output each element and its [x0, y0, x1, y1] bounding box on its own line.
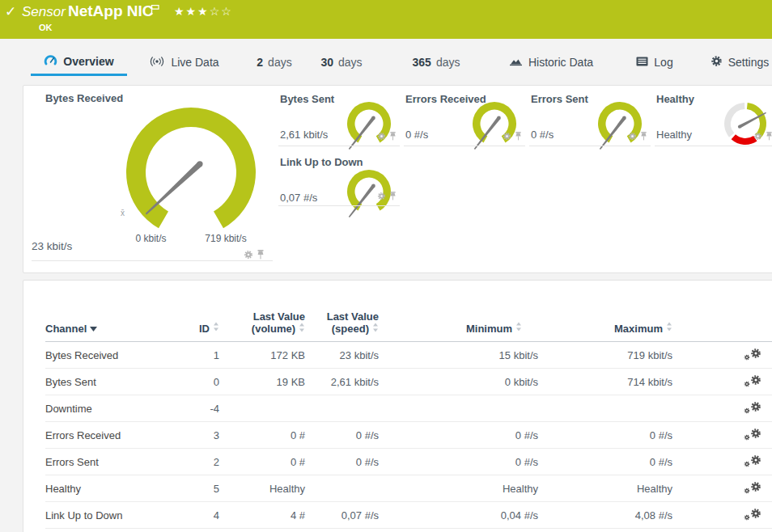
channel-id: 0: [187, 376, 219, 388]
divider: [278, 146, 400, 146]
sensor-type-label: Sensor: [22, 4, 66, 20]
priority-stars[interactable]: ★★★☆☆: [174, 5, 233, 18]
sort-icon: [372, 323, 379, 335]
last-value-speed: 2,61 kbit/s: [305, 376, 379, 388]
gauge-max-label: 719 kbit/s: [193, 233, 258, 244]
channels-panel: Channel ID Last Value (volume) Last Valu…: [23, 280, 772, 532]
channel-settings-icon[interactable]: [744, 401, 761, 416]
gauge-tile-errors-sent[interactable]: Errors Sent 0 #/s: [529, 90, 651, 146]
col-header-last-value-volume[interactable]: Last Value (volume): [219, 310, 305, 335]
col-header-id[interactable]: ID: [187, 322, 219, 335]
last-value-speed: 0 #/s: [305, 456, 379, 468]
flag-icon[interactable]: [151, 4, 160, 19]
tab-log[interactable]: Log: [631, 49, 678, 76]
last-value-speed: 0,07 #/s: [305, 509, 379, 521]
pin-icon[interactable]: [640, 129, 647, 144]
tab-label: Live Data: [171, 56, 218, 69]
gauge-icon: [44, 54, 57, 68]
table-row[interactable]: Errors Received 3 0 # 0 #/s 0 #/s 0 #/s: [45, 422, 772, 449]
gauge-tile-healthy[interactable]: Healthy Healthy: [655, 90, 772, 146]
gauge-title: Bytes Sent: [280, 93, 334, 105]
channel-name: Bytes Sent: [45, 376, 187, 388]
tab-30-days[interactable]: 30days: [314, 49, 369, 76]
minimum-value: 0 kbit/s: [379, 376, 538, 388]
table-row[interactable]: Bytes Sent 0 19 KB 2,61 kbit/s 0 kbit/s …: [45, 369, 772, 395]
channel-settings-icon[interactable]: [744, 481, 761, 496]
last-value-volume: 0 #: [219, 456, 305, 468]
channel-settings-icon[interactable]: [744, 508, 761, 522]
last-value-volume: Healthy: [219, 483, 305, 495]
divider: [529, 146, 651, 146]
last-value-volume: 19 KB: [219, 376, 305, 388]
broadcast-icon: [149, 56, 165, 70]
average-marker: x̄: [121, 209, 125, 217]
gauge-value: 0 #/s: [405, 129, 428, 141]
pin-icon[interactable]: [515, 129, 522, 144]
gauge-value: 0,07 #/s: [280, 192, 317, 204]
gauge-title: Errors Sent: [531, 93, 588, 105]
channel-name: Errors Sent: [45, 456, 187, 468]
tab-live-data[interactable]: Live Data: [146, 49, 223, 76]
col-header-channel[interactable]: Channel: [45, 322, 187, 335]
pin-icon[interactable]: [389, 129, 397, 144]
tab-label: Settings: [728, 56, 770, 69]
gauge-tile-link-up-to-down[interactable]: Link Up to Down 0,07 #/s: [278, 153, 400, 206]
maximum-value: 0 #/s: [538, 456, 672, 468]
area-chart-icon: [509, 56, 523, 69]
sort-icon: [666, 322, 672, 334]
col-header-last-value-speed[interactable]: Last Value (speed): [305, 310, 379, 335]
gauge-value: Healthy: [656, 129, 692, 141]
log-icon: [636, 56, 648, 69]
tab-2-days[interactable]: 2days: [249, 49, 299, 76]
pin-icon[interactable]: [766, 129, 772, 144]
col-header-maximum[interactable]: Maximum: [538, 322, 672, 335]
minimum-value: 0 #/s: [379, 456, 538, 468]
sort-desc-icon: [90, 322, 97, 334]
divider: [655, 146, 772, 146]
table-row[interactable]: Link Up to Down 4 4 # 0,07 #/s 0,04 #/s …: [45, 502, 772, 529]
channel-settings-icon[interactable]: [744, 348, 761, 362]
maximum-value: 714 kbit/s: [538, 376, 672, 388]
tab-overview[interactable]: Overview: [31, 49, 127, 76]
minimum-value: 0 #/s: [379, 429, 538, 441]
gear-icon[interactable]: [503, 129, 511, 144]
gauge-value: 23 kbit/s: [32, 240, 72, 252]
gear-icon[interactable]: [377, 189, 386, 204]
pin-icon[interactable]: [389, 189, 397, 204]
gauge-min-label: 0 kbit/s: [121, 233, 181, 244]
gear-icon[interactable]: [628, 129, 637, 144]
channel-id: 2: [187, 456, 219, 468]
channel-name: Errors Received: [45, 429, 187, 441]
table-row[interactable]: Errors Sent 2 0 # 0 #/s 0 #/s 0 #/s: [45, 449, 772, 475]
channel-id: 4: [187, 509, 219, 521]
pin-icon[interactable]: [257, 248, 265, 263]
table-header-row: Channel ID Last Value (volume) Last Valu…: [45, 302, 772, 342]
maximum-value: 4,08 #/s: [538, 509, 672, 521]
tab-settings[interactable]: Settings: [706, 49, 772, 76]
channel-settings-icon[interactable]: [744, 374, 761, 389]
gear-icon[interactable]: [753, 129, 762, 144]
tab-label: Log: [654, 56, 672, 69]
table-row[interactable]: Downtime -4: [45, 395, 772, 422]
last-value-volume: 4 #: [219, 509, 305, 521]
sensor-title: NetApp NIC: [68, 2, 154, 20]
gauge-tile-bytes-received[interactable]: Bytes Received x̄ 0 kbit/s 719 kbit/s 23…: [23, 86, 274, 274]
channel-id: 3: [187, 429, 219, 441]
table-row[interactable]: Bytes Received 1 172 KB 23 kbit/s 15 kbi…: [45, 342, 772, 369]
sort-icon: [515, 322, 522, 334]
gauge-value: 2,61 kbit/s: [280, 129, 328, 141]
tab-historic-data[interactable]: Historic Data: [503, 49, 599, 76]
channel-settings-icon[interactable]: [744, 428, 761, 442]
gear-icon: [710, 55, 723, 70]
ok-check-icon: ✓: [5, 3, 16, 20]
gear-icon[interactable]: [244, 248, 253, 263]
gauge-tile-errors-received[interactable]: Errors Received 0 #/s: [404, 90, 525, 146]
last-value-volume: 172 KB: [219, 349, 305, 361]
tab-365-days[interactable]: 365days: [405, 49, 468, 76]
gear-icon[interactable]: [377, 129, 386, 144]
gauge-tile-bytes-sent[interactable]: Bytes Sent 2,61 kbit/s: [278, 90, 400, 146]
channel-settings-icon[interactable]: [744, 454, 761, 469]
sort-icon: [299, 323, 305, 335]
col-header-minimum[interactable]: Minimum: [379, 322, 538, 335]
table-row[interactable]: Healthy 5 Healthy Healthy Healthy: [45, 475, 772, 502]
